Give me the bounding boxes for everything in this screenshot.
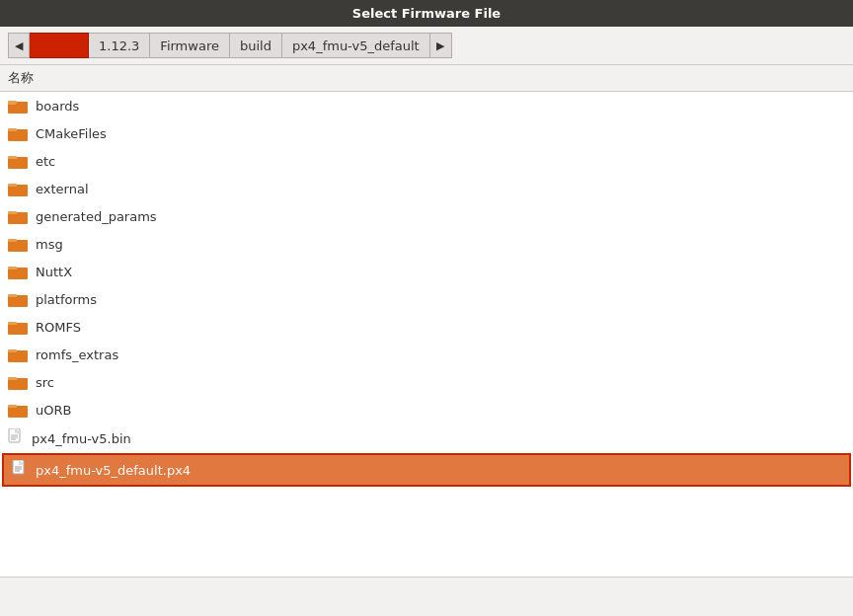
breadcrumb-segment-root[interactable] [30, 33, 89, 58]
file-name: platforms [36, 292, 97, 307]
list-item[interactable]: romfs_extras [0, 341, 853, 368]
list-item[interactable]: boards [0, 92, 853, 119]
file-list: boards CMakeFiles etc external [0, 92, 853, 577]
file-name: NuttX [36, 265, 72, 279]
breadcrumb-segment-version[interactable]: 1.12.3 [89, 33, 150, 58]
folder-icon [8, 98, 28, 114]
svg-rect-16 [8, 294, 17, 297]
list-item[interactable]: ROMFS [0, 313, 853, 341]
folder-icon [8, 402, 28, 418]
list-item[interactable]: NuttX [0, 258, 853, 285]
file-name: boards [36, 99, 79, 114]
file-name: romfs_extras [36, 347, 118, 362]
folder-icon [8, 236, 28, 252]
folder-icon [8, 153, 28, 169]
svg-rect-6 [8, 156, 17, 159]
svg-rect-20 [8, 349, 17, 352]
list-item[interactable]: etc [0, 147, 853, 175]
file-name: CMakeFiles [36, 126, 107, 141]
list-item[interactable]: platforms [0, 285, 853, 313]
file-name: px4_fmu-v5.bin [32, 431, 131, 446]
svg-rect-22 [8, 377, 17, 380]
list-item[interactable]: msg [0, 230, 853, 258]
list-item[interactable]: generated_params [0, 202, 853, 230]
folder-icon [8, 374, 28, 390]
file-name: uORB [36, 403, 71, 418]
list-item[interactable]: px4_fmu-v5.bin [0, 424, 853, 453]
file-name: generated_params [36, 209, 157, 224]
breadcrumb-bar: ◀ 1.12.3 Firmware build px4_fmu-v5_defau… [0, 27, 853, 65]
svg-rect-14 [8, 267, 17, 270]
list-item-selected[interactable]: px4_fmu-v5_default.px4 [2, 453, 851, 487]
svg-rect-8 [8, 184, 17, 187]
file-icon [8, 428, 24, 448]
breadcrumb-back-button[interactable]: ◀ [8, 33, 30, 58]
breadcrumb-forward-button[interactable]: ▶ [430, 33, 452, 58]
bottom-bar [0, 577, 853, 616]
column-header-name: 名称 [8, 69, 34, 87]
file-name: msg [36, 237, 63, 252]
breadcrumb-segment-default[interactable]: px4_fmu-v5_default [282, 33, 430, 58]
file-name: src [36, 375, 54, 390]
file-name: etc [36, 154, 55, 169]
folder-icon [8, 181, 28, 196]
dialog-titlebar: Select Firmware File [0, 0, 853, 27]
breadcrumb-segment-build[interactable]: build [230, 33, 282, 58]
file-name: ROMFS [36, 320, 81, 335]
list-item[interactable]: external [0, 175, 853, 202]
breadcrumb-segment-firmware[interactable]: Firmware [150, 33, 230, 58]
svg-rect-10 [8, 211, 17, 214]
file-icon [12, 460, 28, 480]
file-name: external [36, 182, 89, 196]
folder-icon [8, 208, 28, 224]
content-area: 名称 boards CMakeFiles etc [0, 65, 853, 577]
folder-icon [8, 125, 28, 141]
dialog-title: Select Firmware File [352, 6, 501, 21]
svg-rect-12 [8, 239, 17, 242]
list-item[interactable]: uORB [0, 396, 853, 424]
folder-icon [8, 346, 28, 362]
svg-rect-2 [8, 101, 17, 104]
file-name: px4_fmu-v5_default.px4 [36, 463, 191, 478]
folder-icon [8, 264, 28, 279]
list-item[interactable]: CMakeFiles [0, 119, 853, 147]
list-item[interactable]: src [0, 368, 853, 396]
dialog: Select Firmware File ◀ 1.12.3 Firmware b… [0, 0, 853, 616]
folder-icon [8, 291, 28, 307]
folder-icon [8, 319, 28, 335]
svg-rect-4 [8, 128, 17, 131]
svg-rect-24 [8, 405, 17, 408]
column-header: 名称 [0, 65, 853, 92]
svg-rect-18 [8, 322, 17, 325]
